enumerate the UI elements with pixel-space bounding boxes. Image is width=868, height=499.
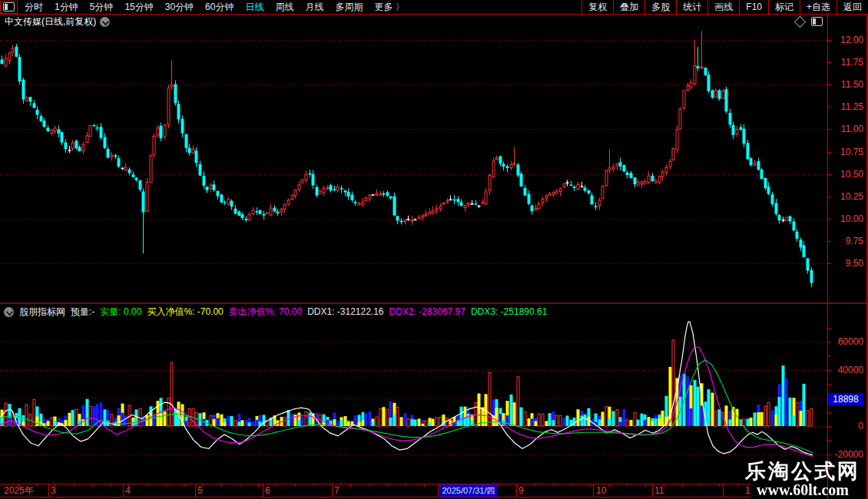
period-tab-1分钟[interactable]: 1分钟 [55, 0, 78, 14]
week-tick [682, 484, 683, 487]
period-tab-30分钟[interactable]: 30分钟 [165, 0, 194, 14]
toolbar-right-menu: 复权叠加多股统计画线F10标记+自选返回 [581, 0, 868, 14]
value-axis-tick [828, 412, 831, 413]
value-axis-tick [828, 328, 831, 329]
bottom-time-axis: 2025年345679101112025/07/31/四 [0, 484, 750, 497]
month-separator [652, 484, 653, 497]
week-tick [406, 484, 406, 487]
week-tick [295, 484, 296, 487]
period-tab-日线[interactable]: 日线 [245, 0, 263, 14]
toolbar-button-叠加[interactable]: 叠加 [613, 0, 644, 14]
price-axis-label: 10.75 [828, 147, 863, 157]
price-axis-label: 9.75 [828, 236, 863, 246]
week-tick [608, 484, 609, 487]
month-label-11: 11 [654, 485, 664, 497]
indicator-field: DDX3: -251890.61 [471, 305, 547, 319]
indicator-field: 买入净值%: -70.00 [147, 305, 223, 319]
price-axis-tick [828, 197, 831, 197]
price-axis-tick [828, 219, 831, 220]
value-axis-tick [828, 342, 831, 342]
week-tick [240, 484, 240, 487]
week-tick [498, 484, 499, 487]
indicator-field: 实量: 0.00 [100, 305, 141, 319]
layout-toggle-button[interactable] [0, 1, 18, 14]
price-axis-tick [828, 62, 831, 63]
indicator-chart[interactable] [0, 321, 827, 484]
period-tab-分时[interactable]: 分时 [25, 0, 43, 14]
toolbar-button-多股[interactable]: 多股 [644, 0, 676, 14]
week-tick [277, 484, 277, 487]
price-axis-tick [828, 152, 831, 153]
toolbar-button-复权[interactable]: 复权 [581, 0, 613, 14]
chevron-down-icon[interactable] [100, 17, 110, 27]
month-separator [263, 484, 263, 497]
chart-title: 中文传媒(日线,前复权) [5, 15, 96, 28]
toolbar-button-+自选[interactable]: +自选 [800, 0, 837, 14]
title-bar: 中文传媒(日线,前复权) [0, 15, 827, 28]
watermark-url: www.60lt.com [745, 482, 860, 497]
value-axis-tick [828, 426, 831, 427]
period-tab-60分钟[interactable]: 60分钟 [205, 0, 234, 14]
split-window-icon[interactable] [811, 17, 823, 26]
price-axis-label: 9.50 [828, 258, 863, 269]
week-tick [55, 484, 56, 487]
week-tick [129, 484, 130, 487]
toolbar-button-标记[interactable]: 标记 [768, 0, 800, 14]
month-label-5: 5 [197, 485, 203, 497]
highlight-separator [438, 484, 439, 497]
indicator-field: DDX1: -312122.16 [307, 305, 383, 319]
indicator-header: 股朋指标网预量:-实量: 0.00买入净值%: -70.00卖出净值%: 70.… [0, 305, 825, 319]
week-tick [184, 484, 185, 487]
week-tick [627, 484, 628, 487]
price-axis-label: 10.50 [828, 169, 863, 180]
value-axis-tick [828, 440, 831, 441]
price-axis-label: 11.75 [828, 57, 863, 68]
value-axis-label: 60000 [828, 336, 863, 347]
period-tab-更多 〉[interactable]: 更多 〉 [374, 0, 404, 14]
period-tab-15分钟[interactable]: 15分钟 [124, 0, 153, 14]
value-axis-label: 0 [828, 421, 863, 431]
price-axis-label: 11.50 [828, 79, 863, 90]
period-tab-5分钟[interactable]: 5分钟 [90, 0, 114, 14]
price-axis-label: 12.00 [828, 35, 863, 45]
week-tick [37, 484, 38, 487]
toolbar-button-统计[interactable]: 统计 [676, 0, 707, 14]
value-axis-tick [828, 384, 831, 385]
indicator-field: 卖出净值%: 70.00 [229, 305, 302, 319]
indicator-field: DDX2: -283067.97 [389, 305, 465, 319]
month-label-10: 10 [596, 485, 606, 497]
toolbar-button-返回[interactable]: 返回 [837, 0, 868, 14]
diamond-icon[interactable] [794, 15, 807, 28]
week-tick [350, 484, 351, 487]
indicator-field: 预量:- [71, 305, 94, 319]
price-axis-label: 10.00 [828, 213, 863, 224]
price-axis-tick [828, 174, 831, 175]
month-label-7: 7 [334, 485, 340, 497]
price-axis-label: 11.25 [828, 101, 863, 112]
week-tick [203, 484, 204, 487]
crosshair-date-box: 2025/07/31/四 [440, 484, 497, 497]
value-axis-tick [828, 454, 831, 455]
toolbar-button-画线[interactable]: 画线 [707, 0, 739, 14]
price-axis-tick [828, 129, 831, 130]
toolbar-button-F10[interactable]: F10 [739, 0, 768, 14]
top-toolbar: 分时1分钟5分钟15分钟30分钟60分钟日线周线月线多周期更多 〉 复权叠加多股… [0, 0, 868, 15]
week-tick [424, 484, 425, 487]
week-tick [166, 484, 167, 487]
panel-divider [0, 302, 868, 304]
main-candlestick-chart[interactable] [0, 29, 827, 301]
period-tab-周线[interactable]: 周线 [275, 0, 293, 14]
week-tick [92, 484, 93, 487]
week-tick [645, 484, 646, 487]
period-tab-多周期[interactable]: 多周期 [335, 0, 363, 14]
period-tab-月线[interactable]: 月线 [305, 0, 323, 14]
current-value-badge: 18898 [828, 393, 863, 405]
week-tick [535, 484, 535, 487]
week-tick [516, 484, 517, 487]
week-tick [313, 484, 314, 487]
watermark-site-name: 乐淘公式网 [745, 461, 860, 482]
indicator-collapse-icon[interactable] [4, 307, 14, 317]
right-axis-strip: 12.0011.7511.5011.2511.0010.7510.5010.25… [827, 14, 868, 499]
month-separator [48, 484, 49, 497]
week-tick [18, 484, 19, 487]
